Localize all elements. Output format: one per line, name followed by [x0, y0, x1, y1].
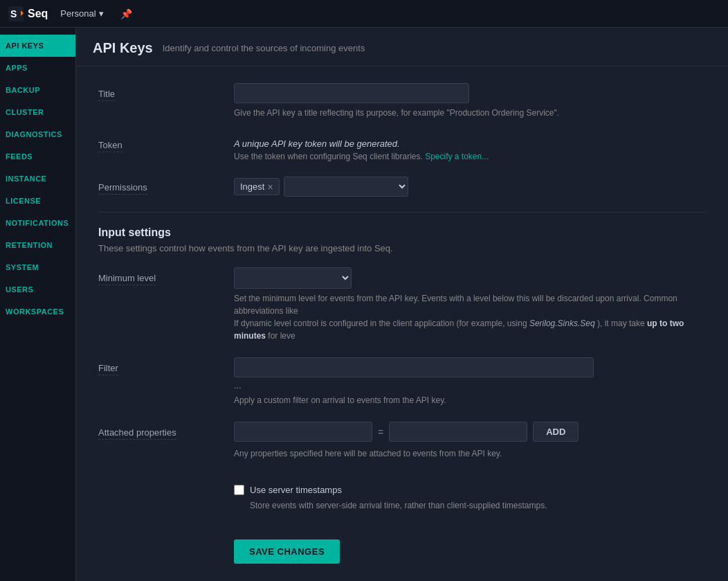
workspace-selector[interactable]: Personal ▾ [55, 6, 109, 21]
min-level-help-1: Set the minimum level for events from th… [234, 294, 677, 316]
attached-props-hint: Any properties specified here will be at… [234, 447, 706, 460]
save-row: SAVE CHANGES [98, 527, 706, 564]
save-control-col: SAVE CHANGES [234, 527, 706, 564]
min-level-label: Minimum level [98, 273, 156, 285]
token-subtext: Use the token when configuring Seq clien… [234, 152, 706, 161]
page-layout: API KEYS APPS BACKUP CLUSTER DIAGNOSTICS… [0, 28, 728, 581]
token-label: Token [98, 140, 122, 152]
server-timestamps-control-col: Use server timestamps Store events with … [234, 475, 706, 512]
chevron-down-icon: ▾ [99, 8, 104, 19]
permissions-tag-input: Ingest × Ingest Read Write Setup [234, 177, 706, 197]
main-content: API Keys Identify and control the source… [76, 28, 728, 581]
sidebar-item-instance[interactable]: INSTANCE [0, 168, 75, 190]
seq-logo-icon: S [8, 6, 24, 21]
sidebar-item-cluster[interactable]: CLUSTER [0, 101, 75, 123]
filter-hint: Apply a custom filter on arrival to even… [234, 394, 706, 406]
permissions-select[interactable]: Ingest Read Write Setup [284, 177, 408, 197]
workspace-label: Personal [60, 8, 95, 19]
logo-text: Seq [28, 8, 48, 20]
prop-equals-sign: = [378, 427, 383, 438]
server-timestamps-row: Use server timestamps Store events with … [98, 475, 706, 512]
min-level-help-3: ), it may take [597, 319, 645, 328]
permissions-label: Permissions [98, 182, 147, 195]
filter-input[interactable] [234, 357, 594, 377]
filter-control-col: ... Apply a custom filter on arrival to … [234, 357, 706, 406]
title-hint: Give the API key a title reflecting its … [234, 107, 706, 119]
page-header: API Keys Identify and control the source… [76, 28, 728, 66]
min-level-help-4: for leve [268, 331, 295, 341]
save-changes-button[interactable]: SAVE CHANGES [234, 539, 340, 564]
server-timestamps-label: Use server timestamps [250, 485, 342, 495]
title-label-col: Title [98, 83, 223, 101]
sidebar-item-retention[interactable]: RETENTION [0, 234, 75, 256]
ingest-tag-label: Ingest [240, 181, 264, 192]
token-label-col: Token [98, 134, 223, 152]
title-input[interactable] [234, 83, 469, 103]
attached-props-label: Attached properties [98, 427, 176, 440]
topbar: S Seq Personal ▾ 📌 [0, 0, 728, 28]
title-control-col: Give the API key a title reflecting its … [234, 83, 706, 119]
min-level-italic: Serilog.Sinks.Seq [529, 319, 595, 328]
attached-props-control-col: = ADD Any properties specified here will… [234, 422, 706, 460]
server-timestamps-label-col [98, 475, 223, 481]
ingest-tag-remove-button[interactable]: × [267, 182, 273, 192]
save-label-col [98, 527, 223, 533]
sidebar-item-notifications[interactable]: NOTIFICATIONS [0, 212, 75, 234]
ingest-tag: Ingest × [234, 178, 280, 195]
sidebar-item-feeds[interactable]: FEEDS [0, 145, 75, 168]
sidebar-item-diagnostics[interactable]: DIAGNOSTICS [0, 123, 75, 145]
filter-label-col: Filter [98, 357, 223, 375]
page-subtitle: Identify and control the sources of inco… [163, 43, 365, 53]
sidebar-item-users[interactable]: USERS [0, 278, 75, 301]
page-title: API Keys [93, 40, 153, 56]
server-timestamps-checkbox-row: Use server timestamps [234, 485, 706, 495]
sidebar-item-system[interactable]: SYSTEM [0, 256, 75, 278]
permissions-row: Permissions Ingest × Ingest Read Write [98, 177, 706, 197]
filter-label: Filter [98, 363, 118, 375]
input-settings-heading: Input settings [98, 226, 706, 239]
permissions-label-col: Permissions [98, 177, 223, 195]
min-level-label-col: Minimum level [98, 267, 223, 285]
token-hint-text: Use the token when configuring Seq clien… [234, 152, 423, 161]
svg-text:S: S [10, 8, 17, 19]
logo: S Seq [8, 6, 48, 21]
sidebar-item-workspaces[interactable]: WORKSPACES [0, 301, 75, 323]
min-level-help: Set the minimum level for events from th… [234, 292, 706, 342]
sidebar-item-license[interactable]: LICENSE [0, 190, 75, 212]
add-property-button[interactable]: ADD [533, 422, 579, 442]
filter-ellipsis: ... [234, 380, 706, 391]
attached-props-label-col: Attached properties [98, 422, 223, 440]
sidebar: API KEYS APPS BACKUP CLUSTER DIAGNOSTICS… [0, 28, 76, 581]
sidebar-item-backup[interactable]: BACKUP [0, 79, 75, 101]
token-generated-text: A unique API key token will be generated… [234, 134, 706, 149]
title-label: Title [98, 89, 115, 101]
min-level-help-2: If dynamic level control is configured i… [234, 319, 527, 328]
title-row: Title Give the API key a title reflectin… [98, 83, 706, 119]
attached-props-row: Attached properties = ADD Any properties… [98, 422, 706, 460]
min-level-select[interactable]: Verbose Debug Information Warning Error … [234, 267, 352, 289]
api-key-form: Title Give the API key a title reflectin… [76, 66, 728, 581]
section-divider [98, 212, 706, 213]
specify-token-link[interactable]: Specify a token... [425, 152, 489, 161]
input-settings-desc: These settings control how events from t… [98, 243, 706, 253]
permissions-control-col: Ingest × Ingest Read Write Setup [234, 177, 706, 197]
server-timestamps-checkbox[interactable] [234, 485, 244, 495]
sidebar-item-apps[interactable]: APPS [0, 57, 75, 79]
filter-row: Filter ... Apply a custom filter on arri… [98, 357, 706, 406]
prop-key-val-row: = ADD [234, 422, 706, 442]
server-timestamps-hint: Store events with server-side arrival ti… [250, 499, 706, 512]
prop-key-input[interactable] [234, 422, 372, 442]
pin-icon[interactable]: 📌 [120, 8, 132, 19]
min-level-control-col: Verbose Debug Information Warning Error … [234, 267, 706, 342]
min-level-row: Minimum level Verbose Debug Information … [98, 267, 706, 342]
prop-val-input[interactable] [389, 422, 527, 442]
token-control-col: A unique API key token will be generated… [234, 134, 706, 161]
token-row: Token A unique API key token will be gen… [98, 134, 706, 161]
sidebar-item-api-keys[interactable]: API KEYS [0, 35, 75, 57]
